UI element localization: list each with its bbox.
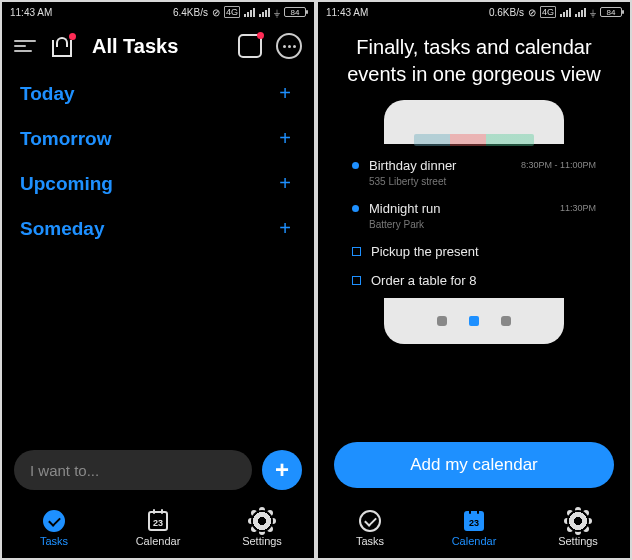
overflow-menu-icon[interactable]	[276, 33, 302, 59]
section-upcoming[interactable]: Upcoming +	[20, 172, 296, 195]
tab-tasks[interactable]: Tasks	[2, 498, 106, 558]
sim-icon: 4G	[224, 6, 240, 18]
status-time: 11:43 AM	[326, 7, 368, 18]
event-item: Birthday dinner535 Liberty street 8:30PM…	[352, 158, 596, 187]
tab-label: Tasks	[40, 535, 68, 547]
status-net: 6.4KB/s	[173, 7, 208, 18]
status-bar: 11:43 AM 6.4KB/s ⊘ 4G ⏚ 84	[2, 2, 314, 22]
tab-label: Settings	[558, 535, 598, 547]
tasks-icon	[43, 510, 65, 532]
promo-illustration: Birthday dinner535 Liberty street 8:30PM…	[318, 92, 630, 442]
page-title: All Tasks	[92, 35, 178, 58]
signal-icon	[244, 8, 255, 17]
gear-icon	[567, 510, 589, 532]
section-tomorrow[interactable]: Tomorrow +	[20, 127, 296, 150]
gear-icon	[251, 510, 273, 532]
no-disturb-icon: ⊘	[528, 7, 536, 18]
status-net: 0.6KB/s	[489, 7, 524, 18]
event-dot-icon	[352, 205, 359, 212]
tasks-icon	[359, 510, 381, 532]
signal2-icon	[575, 8, 586, 17]
quick-add-row: I want to... +	[2, 450, 314, 498]
tab-label: Settings	[242, 535, 282, 547]
add-task-icon[interactable]: +	[274, 127, 296, 150]
battery-icon: 84	[284, 7, 306, 17]
tab-calendar[interactable]: 23 Calendar	[422, 498, 526, 558]
bottom-tabbar: Tasks 23 Calendar Settings	[2, 498, 314, 558]
wifi-icon: ⏚	[274, 7, 280, 18]
add-task-icon[interactable]: +	[274, 172, 296, 195]
wifi-icon: ⏚	[590, 7, 596, 18]
task-item: Order a table for 8	[352, 273, 596, 288]
section-label: Today	[20, 83, 75, 105]
section-label: Someday	[20, 218, 104, 240]
screen-calendar-promo: 11:43 AM 0.6KB/s ⊘ 4G ⏚ 84 Finally, task…	[318, 2, 630, 558]
status-bar: 11:43 AM 0.6KB/s ⊘ 4G ⏚ 84	[318, 2, 630, 22]
sample-events: Birthday dinner535 Liberty street 8:30PM…	[318, 158, 630, 288]
app-header: All Tasks	[2, 22, 314, 70]
battery-icon: 84	[600, 7, 622, 17]
bottom-tabbar: Tasks 23 Calendar Settings	[318, 498, 630, 558]
add-calendar-button[interactable]: Add my calendar	[334, 442, 614, 488]
tab-calendar[interactable]: 23 Calendar	[106, 498, 210, 558]
signal2-icon	[259, 8, 270, 17]
phone-mock-top	[384, 100, 564, 144]
screen-tasks: 11:43 AM 6.4KB/s ⊘ 4G ⏚ 84 All Tasks Tod…	[2, 2, 314, 558]
add-task-icon[interactable]: +	[274, 82, 296, 105]
no-disturb-icon: ⊘	[212, 7, 220, 18]
section-someday[interactable]: Someday +	[20, 217, 296, 240]
sim-icon: 4G	[540, 6, 556, 18]
quick-add-input[interactable]: I want to...	[14, 450, 252, 490]
tab-label: Tasks	[356, 535, 384, 547]
promo-headline: Finally, tasks and calendar events in on…	[318, 22, 630, 92]
notifications-icon[interactable]	[238, 34, 262, 58]
checkbox-icon	[352, 276, 361, 285]
add-task-icon[interactable]: +	[274, 217, 296, 240]
section-label: Upcoming	[20, 173, 113, 195]
tab-label: Calendar	[136, 535, 181, 547]
basket-icon[interactable]	[50, 35, 74, 57]
section-today[interactable]: Today +	[20, 82, 296, 105]
event-dot-icon	[352, 162, 359, 169]
event-item: Midnight runBattery Park 11:30PM	[352, 201, 596, 230]
fab-add-button[interactable]: +	[262, 450, 302, 490]
tab-settings[interactable]: Settings	[526, 498, 630, 558]
section-list: Today + Tomorrow + Upcoming + Someday +	[2, 76, 314, 450]
tab-tasks[interactable]: Tasks	[318, 498, 422, 558]
calendar-icon: 23	[148, 511, 168, 531]
tab-settings[interactable]: Settings	[210, 498, 314, 558]
task-item: Pickup the present	[352, 244, 596, 259]
calendar-icon: 23	[464, 511, 484, 531]
signal-icon	[560, 8, 571, 17]
status-time: 11:43 AM	[10, 7, 52, 18]
menu-icon[interactable]	[14, 40, 36, 52]
phone-mock-bottom	[384, 298, 564, 344]
section-label: Tomorrow	[20, 128, 111, 150]
tab-label: Calendar	[452, 535, 497, 547]
checkbox-icon	[352, 247, 361, 256]
